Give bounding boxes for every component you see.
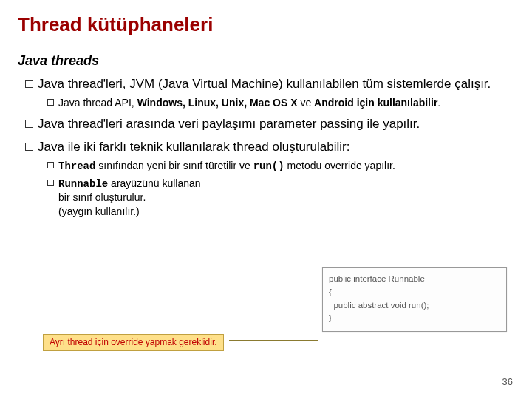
text: .	[437, 97, 440, 109]
code-line: }	[329, 312, 500, 325]
code-line: {	[329, 286, 500, 299]
checkbox-icon	[25, 143, 33, 151]
bullet-1: Java thread'leri, JVM (Java Virtual Mach…	[25, 76, 514, 93]
code-text: Thread	[58, 160, 95, 172]
bullet-3b: Runnable arayüzünü kullanan bir sınıf ol…	[47, 177, 284, 219]
bullet-1-text: Java thread'leri, JVM (Java Virtual Mach…	[38, 76, 491, 93]
text: Java thread API,	[58, 97, 137, 109]
override-callout: Ayrı thread için override yapmak gerekli…	[43, 334, 224, 351]
bullet-3b-text: Runnable arayüzünü kullanan bir sınıf ol…	[58, 177, 201, 219]
bullet-3-text: Java ile iki farklı teknik kullanılarak …	[38, 139, 349, 156]
callout-connector	[229, 340, 318, 341]
checkbox-icon	[25, 80, 33, 88]
text-bold: Android için kullanılabilir	[314, 97, 437, 109]
bullet-2: Java thread'leri arasında veri paylaşımı…	[25, 116, 514, 133]
page-number: 36	[502, 376, 513, 387]
checkbox-icon	[25, 120, 33, 128]
bullet-3: Java ile iki farklı teknik kullanılarak …	[25, 139, 514, 156]
bullet-3a-text: Thread sınıfından yeni bir sınıf türetil…	[58, 159, 395, 174]
code-line: public interface Runnable	[329, 273, 500, 286]
bullet-1-sub-text: Java thread API, Windows, Linux, Unix, M…	[58, 96, 440, 110]
code-text: Runnable	[58, 178, 108, 190]
code-text: run()	[253, 160, 284, 172]
checkbox-icon	[47, 180, 54, 186]
checkbox-icon	[47, 162, 54, 168]
text: bir sınıf oluşturulur.	[58, 191, 146, 203]
text: arayüzünü kullanan	[108, 177, 200, 189]
bullet-1-sub: Java thread API, Windows, Linux, Unix, M…	[47, 96, 514, 110]
bullet-2-text: Java thread'leri arasında veri paylaşımı…	[38, 116, 420, 133]
text: (yaygın kullanılır.)	[58, 205, 140, 217]
code-snippet-box: public interface Runnable { public abstr…	[322, 267, 507, 332]
text-bold: Windows, Linux, Unix, Mac OS X	[137, 97, 298, 109]
slide-title: Thread kütüphaneleri	[18, 13, 514, 36]
divider	[18, 44, 514, 44]
bullet-3a: Thread sınıfından yeni bir sınıf türetil…	[47, 159, 514, 174]
text: sınıfından yeni bir sınıf türetilir ve	[95, 160, 253, 171]
section-heading: Java threads	[18, 53, 514, 69]
text: ve	[298, 97, 315, 109]
checkbox-icon	[47, 99, 54, 106]
text: metodu override yapılır.	[284, 160, 395, 171]
code-line: public abstract void run();	[329, 299, 500, 313]
